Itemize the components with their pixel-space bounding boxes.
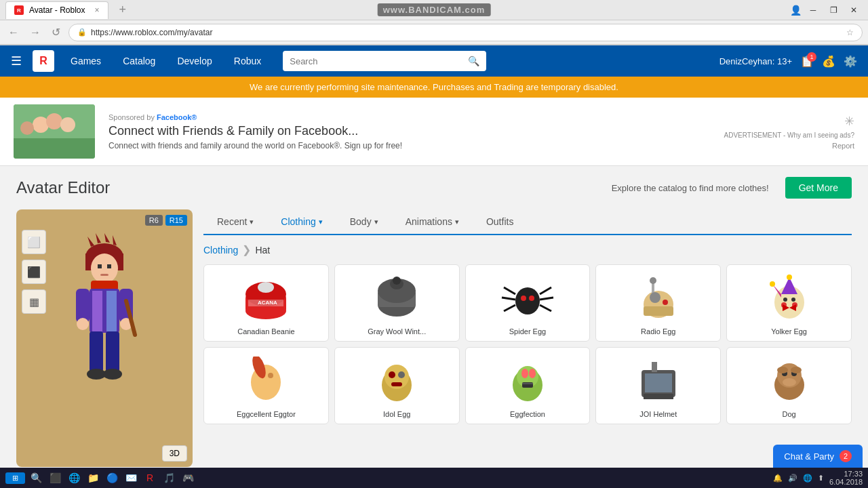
list-item[interactable]: Eggfection [465, 347, 591, 424]
list-item[interactable]: Gray Wool Wint... [334, 264, 460, 342]
search-bar[interactable]: 🔍 [283, 51, 486, 71]
avatar-badges: R6 R15 [145, 215, 187, 226]
get-more-button[interactable]: Get More [785, 177, 852, 199]
browser-tab[interactable]: R Avatar - Roblox × [5, 1, 108, 19]
svg-line-46 [540, 305, 551, 311]
bookmark-icon[interactable]: ☆ [846, 28, 854, 37]
breadcrumb-separator: ❯ [242, 243, 251, 256]
taskbar-cortana[interactable]: ⬛ [47, 470, 63, 486]
start-button[interactable]: ⊞ [5, 472, 25, 484]
item-name: Radio Egg [641, 327, 675, 336]
svg-point-61 [791, 298, 795, 302]
forward-btn[interactable]: → [27, 24, 43, 41]
svg-line-44 [540, 287, 551, 294]
ad-banner: Sponsored by Facebook® Connect with Frie… [0, 98, 868, 166]
svg-point-60 [783, 298, 787, 302]
taskbar-spotify[interactable]: 🎵 [161, 470, 177, 486]
svg-point-79 [529, 369, 536, 378]
svg-rect-20 [76, 289, 90, 323]
page-title: Avatar Editor [16, 178, 110, 197]
breadcrumb-hat: Hat [255, 245, 270, 256]
chat-party-button[interactable]: Chat & Party 2 [773, 445, 863, 468]
tab-close-btn[interactable]: × [94, 5, 99, 15]
svg-marker-11 [113, 235, 117, 245]
robux-icon[interactable]: 💰 [822, 55, 835, 68]
search-icon[interactable]: 🔍 [468, 56, 479, 66]
svg-point-47 [521, 296, 526, 301]
restore-btn[interactable]: ❐ [825, 3, 842, 17]
list-item[interactable]: JOI Helmet [595, 347, 721, 424]
taskbar-roblox[interactable]: R [142, 470, 158, 486]
taskbar-file-explorer[interactable]: 📁 [85, 470, 101, 486]
messages-icon[interactable]: 📋 1 [800, 55, 814, 68]
tab-body[interactable]: Body ▾ [336, 209, 392, 234]
content-area: R6 R15 ⬜ ⬛ ▦ [16, 209, 852, 488]
nav-robux[interactable]: Robux [229, 53, 267, 69]
maintenance-text: We are currently performing site mainten… [250, 82, 618, 92]
settings-icon[interactable]: ⚙️ [844, 55, 857, 68]
svg-rect-14 [107, 264, 111, 268]
items-grid: ACANA Canadian Beanie [203, 264, 852, 424]
item-name: Yolker Egg [771, 327, 807, 336]
new-tab-btn[interactable]: + [114, 3, 132, 17]
nav-games[interactable]: Games [65, 53, 106, 69]
tab-outfits[interactable]: Outfits [473, 209, 527, 234]
svg-point-3 [60, 117, 75, 132]
svg-rect-84 [644, 394, 673, 399]
svg-line-41 [504, 287, 515, 294]
list-item[interactable]: Eggcellent Eggtor [203, 347, 329, 424]
list-item[interactable]: Radio Egg [595, 264, 721, 342]
item-image [494, 353, 561, 407]
breadcrumb-clothing[interactable]: Clothing [203, 245, 238, 256]
avatar-view-btn-1[interactable]: ⬜ [22, 230, 46, 254]
svg-point-59 [770, 281, 775, 287]
list-item[interactable]: Spider Egg [465, 264, 591, 342]
svg-rect-25 [106, 331, 119, 372]
taskbar-search[interactable]: 🔍 [28, 470, 44, 486]
avatar-view-btn-3[interactable]: ▦ [22, 289, 46, 314]
tab-favicon: R [14, 5, 24, 15]
tab-animations[interactable]: Animations ▾ [392, 209, 473, 234]
item-name: Gray Wool Wint... [368, 327, 426, 336]
roblox-logo[interactable]: R [33, 50, 54, 72]
address-input[interactable]: 🔒 https://www.roblox.com/my/avatar ☆ [68, 24, 863, 41]
notification-badge: 1 [807, 52, 816, 62]
taskbar: ⊞ 🔍 ⬛ 🌐 📁 🔵 ✉️ R 🎵 🎮 🔔 🔊 🌐 ⬆ 17:33 6.04.… [0, 468, 868, 488]
search-input[interactable] [290, 56, 468, 66]
tab-title: Avatar - Roblox [29, 5, 85, 15]
badge-r15[interactable]: R15 [165, 215, 187, 226]
nav-right: DenizCeyhan: 13+ 📋 1 💰 ⚙️ [719, 55, 857, 68]
svg-line-43 [504, 305, 515, 311]
main-content: Avatar Editor Explore the catalog to fin… [0, 166, 868, 488]
nav-develop[interactable]: Develop [172, 53, 217, 69]
list-item[interactable]: Yolker Egg [726, 264, 852, 342]
list-item[interactable]: Dog [726, 347, 852, 424]
tab-recent[interactable]: Recent ▾ [203, 209, 267, 234]
taskbar-chrome[interactable]: 🔵 [104, 470, 120, 486]
avatar-view-btn-2[interactable]: ⬛ [22, 260, 46, 284]
tab-clothing[interactable]: Clothing ▾ [267, 209, 336, 235]
ad-report[interactable]: Report [832, 142, 854, 150]
back-btn[interactable]: ← [5, 24, 22, 41]
avatar-svg [57, 233, 152, 403]
svg-point-74 [398, 371, 405, 378]
item-name: Dog [783, 410, 796, 418]
item-name: Canadian Beanie [237, 327, 294, 336]
btn-3d[interactable]: 3D [162, 445, 187, 462]
minimize-btn[interactable]: ─ [804, 3, 822, 17]
list-item[interactable]: ACANA Canadian Beanie [203, 264, 329, 342]
svg-rect-15 [100, 274, 108, 276]
reload-btn[interactable]: ↺ [49, 23, 63, 41]
taskbar-steam[interactable]: 🎮 [180, 470, 196, 486]
hamburger-menu[interactable]: ☰ [11, 54, 22, 68]
taskbar-browser[interactable]: 🌐 [66, 470, 82, 486]
close-btn[interactable]: ✕ [845, 3, 863, 17]
svg-point-78 [521, 369, 528, 378]
item-image [625, 353, 692, 407]
badge-r6: R6 [145, 215, 163, 226]
nav-catalog[interactable]: Catalog [117, 53, 161, 69]
right-panel: Recent ▾ Clothing ▾ Body ▾ Animations ▾ … [203, 209, 852, 488]
taskbar-mail[interactable]: ✉️ [123, 470, 139, 486]
list-item[interactable]: Idol Egg [334, 347, 460, 424]
taskbar-clock: 17:33 6.04.2018 [829, 470, 863, 486]
